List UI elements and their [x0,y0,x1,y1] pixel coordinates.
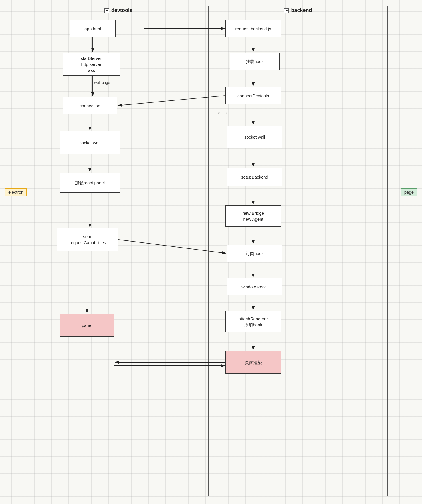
divider [29,6,388,496]
backend-title: backend [291,7,312,13]
box-page-render: 页面渲染 [225,351,281,374]
backend-header: − backend [208,6,388,13]
open-label: open [218,111,227,115]
box-mount-hook: 挂载hook [230,53,280,70]
box-send-request: send requestCapabilities [57,228,118,251]
box-panel: panel [60,314,114,337]
box-connection: connection [63,97,117,114]
box-window-react: window.React [227,278,282,295]
box-connect-devtools: connectDevtools [225,87,281,104]
devtools-title: devtools [111,7,132,13]
box-socket-wall-left: socket wall [60,131,120,154]
wait-page-label: wait page [94,80,110,85]
box-attach-renderer: attachRenderer 添加hook [225,311,281,332]
box-setup-backend: setupBackend [227,168,282,186]
box-subscribe-hook: 订阅hook [227,245,282,262]
devtools-collapse-btn[interactable]: − [104,8,109,13]
backend-collapse-btn[interactable]: − [284,8,289,13]
box-socket-wall-right: socket wall [227,126,282,148]
box-app-html: app.html [70,20,116,37]
electron-label: electron [5,188,27,196]
box-new-bridge-agent: new Bridge new Agent [225,205,281,227]
devtools-header: − devtools [29,6,208,13]
box-start-server: startServer http server wss [63,53,120,76]
box-load-react: 加载react panel [60,173,120,193]
box-request-backend: request backend js [225,20,281,37]
page-label: page [401,188,417,196]
